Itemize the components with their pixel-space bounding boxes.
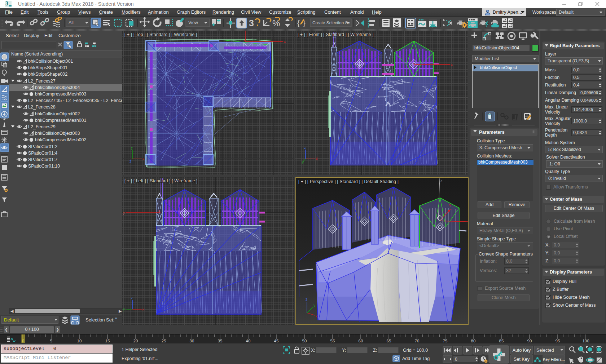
- svg-text:z: z: [129, 159, 131, 163]
- svg-text:90: 90: [527, 339, 532, 343]
- svg-text:80: 80: [471, 339, 476, 343]
- svg-text:65: 65: [387, 339, 391, 343]
- svg-text:View: View: [188, 20, 198, 25]
- svg-text:95: 95: [556, 339, 560, 343]
- svg-text:All: All: [69, 20, 74, 25]
- svg-text:y: y: [123, 307, 125, 311]
- svg-text:x: x: [316, 314, 317, 318]
- svg-text:0: 0: [22, 339, 24, 343]
- svg-text:70: 70: [415, 339, 420, 343]
- svg-text:y: y: [123, 211, 125, 215]
- svg-text:Create Selection Se: Create Selection Se: [312, 20, 350, 25]
- svg-text:y: y: [313, 303, 315, 307]
- svg-text:z: z: [306, 297, 307, 301]
- svg-text:20: 20: [133, 339, 138, 343]
- svg-text:z: z: [131, 296, 133, 300]
- svg-text:z: z: [304, 146, 306, 150]
- svg-text:10: 10: [77, 339, 82, 343]
- svg-text:{: {: [297, 19, 300, 27]
- svg-text:X: X: [316, 157, 318, 161]
- svg-text:x: x: [142, 157, 144, 161]
- svg-text:Auto Key: Auto Key: [513, 348, 531, 353]
- svg-text:Key Filters...: Key Filters...: [543, 357, 565, 361]
- svg-text:3: 3: [249, 18, 254, 28]
- svg-text:0: 0: [455, 357, 457, 362]
- svg-text:40: 40: [246, 339, 251, 343]
- svg-text:100: 100: [582, 339, 589, 343]
- svg-text:x: x: [142, 307, 144, 311]
- svg-text:Set Key: Set Key: [514, 357, 530, 362]
- svg-text:25: 25: [162, 339, 166, 343]
- svg-text:5: 5: [50, 339, 52, 343]
- svg-text:60: 60: [359, 339, 363, 343]
- svg-text:55: 55: [330, 339, 335, 343]
- svg-text:50: 50: [302, 339, 307, 343]
- svg-text:15: 15: [105, 339, 110, 343]
- svg-text:35: 35: [218, 339, 223, 343]
- svg-text:Y: Y: [413, 63, 416, 67]
- svg-text:y: y: [302, 160, 304, 164]
- svg-text:x: x: [284, 40, 286, 44]
- svg-text:y: y: [449, 203, 451, 207]
- svg-text:Selected: Selected: [536, 348, 554, 353]
- svg-text:x: x: [451, 63, 453, 67]
- svg-text:x: x: [158, 209, 160, 213]
- svg-text:z: z: [440, 179, 442, 183]
- svg-text:30: 30: [190, 339, 194, 343]
- svg-text:75: 75: [443, 339, 448, 343]
- svg-text:45: 45: [274, 339, 279, 343]
- svg-text:85: 85: [499, 339, 504, 343]
- svg-text:y: y: [131, 146, 133, 150]
